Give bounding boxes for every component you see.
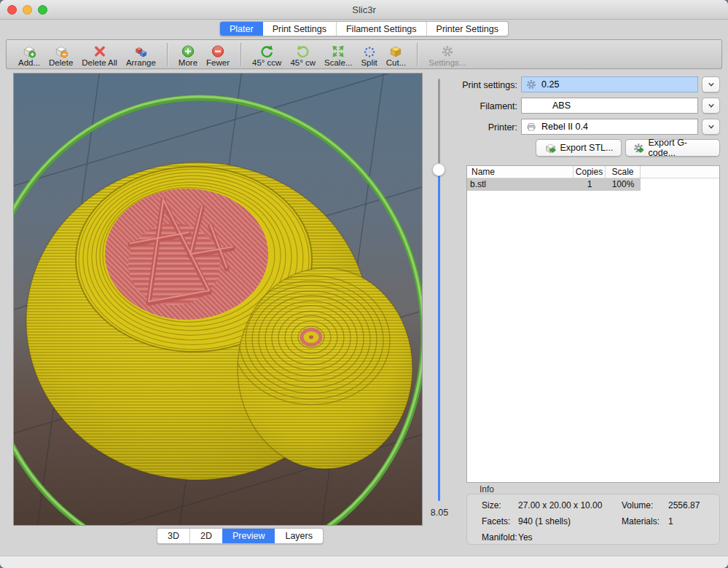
fewer-button[interactable]: Fewer: [206, 44, 230, 67]
tab-plater[interactable]: Plater: [220, 22, 263, 36]
rotate-cw-button[interactable]: 45° cw: [290, 44, 316, 67]
table-row[interactable]: b.stl 1 100%: [467, 178, 719, 191]
box-export-icon: [544, 142, 557, 154]
cell-name: b.stl: [467, 178, 574, 191]
size-label: Size:: [482, 500, 501, 510]
view-mode-control: 3D 2D Preview Layers: [157, 528, 324, 544]
tab-print-settings[interactable]: Print Settings: [263, 22, 336, 36]
view-mode-3d[interactable]: 3D: [157, 529, 189, 543]
status-bar: [0, 556, 728, 568]
column-header-empty: [641, 166, 719, 178]
tab-bar: Plater Print Settings Filament Settings …: [0, 21, 728, 36]
layer-slider-thumb[interactable]: [432, 163, 445, 176]
split-dots-icon: [362, 44, 377, 58]
delete-button[interactable]: Delete: [49, 44, 73, 67]
filament-combo[interactable]: ABS: [521, 98, 698, 114]
tab-filament-settings[interactable]: Filament Settings: [336, 22, 426, 36]
chevron-down-icon: [706, 100, 716, 111]
3d-viewport[interactable]: [13, 73, 423, 526]
printer-icon: [525, 121, 537, 133]
plater-toolbar: Add... Delete Delete All Arrange More Fe…: [6, 39, 722, 69]
split-button[interactable]: Split: [361, 44, 377, 67]
column-header-copies[interactable]: Copies: [574, 166, 606, 178]
cut-button[interactable]: Cut...: [386, 44, 406, 67]
size-value: 27.00 x 20.00 x 10.00: [518, 500, 602, 510]
view-mode-layers[interactable]: Layers: [275, 529, 323, 543]
column-header-scale[interactable]: Scale: [606, 166, 641, 178]
printer-label: Printer:: [434, 122, 517, 133]
objects-table: Name Copies Scale b.stl 1 100%: [466, 165, 720, 483]
layer-slider-track-filled[interactable]: [438, 170, 440, 501]
export-stl-button[interactable]: Export STL...: [536, 139, 622, 157]
tab-printer-settings[interactable]: Printer Settings: [426, 22, 508, 36]
cell-copies: 1: [574, 178, 606, 191]
cell-scale: 100%: [606, 178, 641, 191]
print-settings-combo[interactable]: 0.25: [521, 76, 698, 92]
arrange-button[interactable]: Arrange: [126, 44, 156, 67]
rotate-ccw-icon: [259, 44, 274, 58]
manifold-label: Manifold:: [482, 532, 517, 543]
gear-icon: [440, 44, 455, 58]
cut-box-icon: [388, 44, 403, 58]
gear-icon: [525, 79, 537, 90]
info-section-title: Info: [480, 484, 494, 494]
toolbar-separator: [167, 43, 168, 66]
slic3r-window: Slic3r Plater Print Settings Filament Se…: [0, 0, 728, 568]
export-gcode-button[interactable]: Export G-code...: [625, 139, 720, 157]
filament-label: Filament:: [434, 101, 517, 111]
gear-export-icon: [633, 142, 645, 154]
red-x-icon: [93, 44, 107, 58]
more-button[interactable]: More: [179, 44, 197, 67]
printer-dropdown-button[interactable]: [702, 119, 720, 135]
print-settings-label: Print settings:: [434, 80, 517, 90]
delete-all-button[interactable]: Delete All: [82, 44, 117, 67]
title-bar: Slic3r: [0, 0, 728, 20]
box-plus-icon: [22, 44, 36, 58]
minus-circle-icon: [211, 44, 225, 58]
chevron-down-icon: [706, 122, 716, 132]
add-button[interactable]: Add...: [18, 44, 40, 67]
toolbar-separator: [240, 43, 241, 66]
plus-circle-icon: [181, 44, 195, 58]
rotate-ccw-button[interactable]: 45° ccw: [252, 44, 281, 67]
volume-label: Volume:: [622, 500, 653, 510]
toolbar-separator: [417, 43, 418, 66]
rotate-cw-icon: [296, 44, 310, 58]
print-settings-dropdown-button[interactable]: [702, 76, 720, 92]
filament-dropdown-button[interactable]: [702, 98, 720, 114]
window-title: Slic3r: [0, 0, 728, 20]
column-header-name[interactable]: Name: [467, 166, 574, 178]
materials-value: 1: [668, 516, 673, 526]
view-mode-2d[interactable]: 2D: [189, 529, 222, 543]
box-minus-icon: [54, 44, 69, 58]
view-mode-preview[interactable]: Preview: [222, 529, 275, 543]
settings-button[interactable]: Settings...: [428, 44, 466, 67]
cubes-icon: [133, 44, 148, 58]
chevron-down-icon: [706, 79, 716, 90]
materials-label: Materials:: [622, 516, 659, 526]
table-header: Name Copies Scale: [467, 166, 719, 178]
facets-value: 940 (1 shells): [518, 516, 571, 526]
info-box: Size: 27.00 x 20.00 x 10.00 Volume: 2556…: [466, 494, 720, 545]
layer-height-value: 8.05: [425, 508, 454, 518]
scale-button[interactable]: Scale...: [324, 44, 352, 67]
scale-arrows-icon: [331, 44, 345, 58]
printer-combo[interactable]: Rebel II 0.4: [521, 119, 698, 135]
manifold-value: Yes: [518, 532, 533, 543]
facets-label: Facets:: [482, 516, 510, 526]
volume-value: 2556.87: [668, 500, 700, 510]
